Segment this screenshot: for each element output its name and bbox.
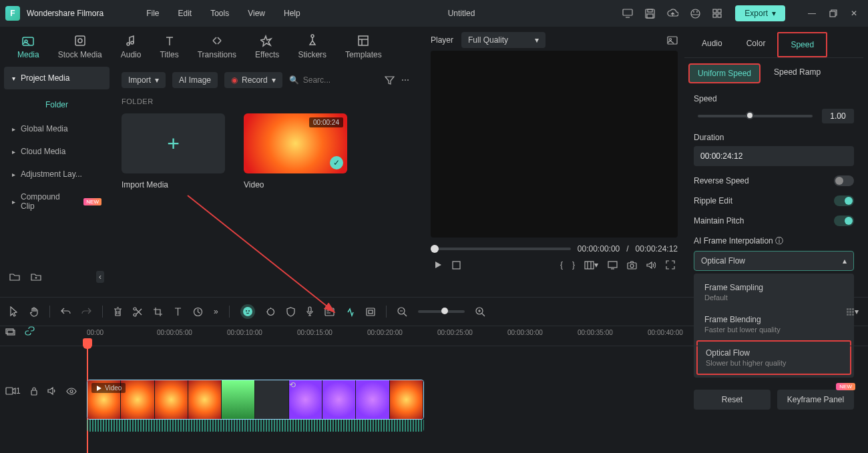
quality-dropdown[interactable]: Full Quality▾ [461,32,546,48]
interp-dropdown[interactable]: Optical Flow▴ [694,251,854,271]
menu-tools[interactable]: Tools [210,9,229,18]
speed-value[interactable]: 1.00 [822,109,854,123]
tab-titles[interactable]: Titles [153,30,185,63]
device-icon[interactable] [622,9,633,18]
text-icon[interactable] [174,307,182,316]
tab-transitions[interactable]: Transitions [191,30,243,63]
folder-icon[interactable] [31,272,41,282]
sidebar-folder[interactable]: Folder [4,92,110,117]
grid-icon[interactable] [712,9,722,18]
player-viewport[interactable] [431,51,678,238]
import-media-cell[interactable]: + [122,113,225,173]
prop-tab-speed[interactable]: Speed [777,32,827,57]
video-track-icon[interactable]: 1 [5,386,21,396]
marker-icon[interactable] [366,308,375,316]
sidebar-compound-clip[interactable]: ▸Compound ClipNEW [4,185,110,217]
menu-help[interactable]: Help [284,9,300,18]
stop-icon[interactable] [452,261,461,270]
auto-reframe-icon[interactable] [266,307,276,317]
export-button[interactable]: Export ▾ [735,5,785,21]
undo-icon[interactable] [61,308,71,316]
play-icon[interactable] [433,260,443,270]
subtitles-icon[interactable] [324,308,335,316]
snapshot-icon[interactable] [667,36,678,45]
new-folder-icon[interactable] [9,272,20,282]
minimize-icon[interactable]: — [808,9,816,18]
ripple-toggle[interactable] [834,195,854,206]
link-icon[interactable] [25,326,35,336]
document-title: Untitled [303,9,620,18]
timeline-ruler[interactable]: 00:00 00:00:05:00 00:00:10:00 00:00:15:0… [0,326,868,346]
support-icon[interactable] [690,9,700,19]
svg-point-31 [267,308,274,315]
menu-file[interactable]: File [146,9,159,18]
tab-audio[interactable]: Audio [114,30,148,63]
prop-tab-color[interactable]: Color [734,32,778,57]
record-button[interactable]: ◉Record▾ [224,72,282,88]
import-button[interactable]: Import▾ [122,72,166,88]
player-current-time: 00:00:00:00 [578,244,620,254]
crop-icon[interactable] [153,307,163,317]
select-tool-icon[interactable] [9,306,19,317]
subtab-uniform-speed[interactable]: Uniform Speed [688,63,761,83]
grid-view-icon[interactable]: ▾ [846,307,859,316]
shield-icon[interactable] [286,307,295,317]
ai-toolbox-icon[interactable] [240,304,255,319]
filter-icon[interactable] [385,76,395,85]
menu-view[interactable]: View [248,9,265,18]
eye-icon[interactable] [66,388,77,395]
tab-effects[interactable]: Effects [248,30,286,63]
fullscreen-icon[interactable] [666,260,675,270]
redo-icon[interactable] [81,308,91,316]
collapse-icon[interactable]: ‹ [96,271,104,283]
auto-beat-icon[interactable] [345,307,355,317]
close-icon[interactable]: ✕ [851,9,857,18]
hand-tool-icon[interactable] [29,307,39,317]
split-icon[interactable] [133,307,142,317]
search-input[interactable]: 🔍 [289,75,378,85]
sidebar-cloud-media[interactable]: ▸Cloud Media [4,140,110,163]
delete-icon[interactable] [114,307,122,317]
zoom-slider[interactable] [418,310,465,313]
mic-icon[interactable] [306,306,314,317]
video-thumbnail[interactable]: 00:00:24 ✓ [244,113,347,173]
sidebar-adjustment-layer[interactable]: ▸Adjustment Lay... [4,163,110,185]
zoom-out-icon[interactable] [397,307,407,317]
more-tools-icon[interactable]: » [214,307,218,316]
more-icon[interactable]: ⋯ [401,75,409,85]
sidebar-global-media[interactable]: ▸Global Media [4,117,110,140]
player-seek-slider[interactable] [431,248,571,250]
svg-point-13 [78,39,82,43]
tab-templates[interactable]: Templates [339,30,389,63]
speed-icon[interactable] [193,307,203,317]
duration-field[interactable]: 00:00:24:12 [694,146,854,166]
subtab-speed-ramp[interactable]: Speed Ramp [766,63,829,83]
menu-edit[interactable]: Edit [178,9,192,18]
cloud-icon[interactable] [667,9,678,18]
tab-stock-media[interactable]: Stock Media [51,30,109,63]
aspect-icon[interactable]: ▾ [584,260,598,270]
save-icon[interactable] [645,9,655,19]
reverse-toggle[interactable] [834,175,854,186]
track-add-icon[interactable] [5,327,15,336]
tab-stickers[interactable]: Stickers [291,30,333,63]
tab-media[interactable]: Media [11,30,46,63]
mark-in-icon[interactable]: { [560,260,563,270]
maximize-icon[interactable] [829,9,837,18]
ai-image-button[interactable]: AI Image [172,72,218,88]
mute-icon[interactable] [47,387,57,395]
sidebar-project-media[interactable]: ▾Project Media [4,67,110,89]
option-frame-sampling[interactable]: Frame SamplingDefault [696,276,851,308]
zoom-in-icon[interactable] [475,307,485,317]
display-icon[interactable] [608,261,618,270]
camera-icon[interactable] [627,261,637,270]
speed-slider[interactable] [698,115,813,117]
lock-icon[interactable] [30,386,38,396]
pitch-toggle[interactable] [834,215,854,226]
prop-tab-audio[interactable]: Audio [690,32,734,57]
info-icon[interactable]: ⓘ [775,236,783,246]
timeline-clip[interactable]: Video ⟲ [87,380,424,420]
mark-out-icon[interactable]: } [572,260,575,270]
volume-icon[interactable] [646,261,656,270]
svg-point-51 [70,390,73,392]
